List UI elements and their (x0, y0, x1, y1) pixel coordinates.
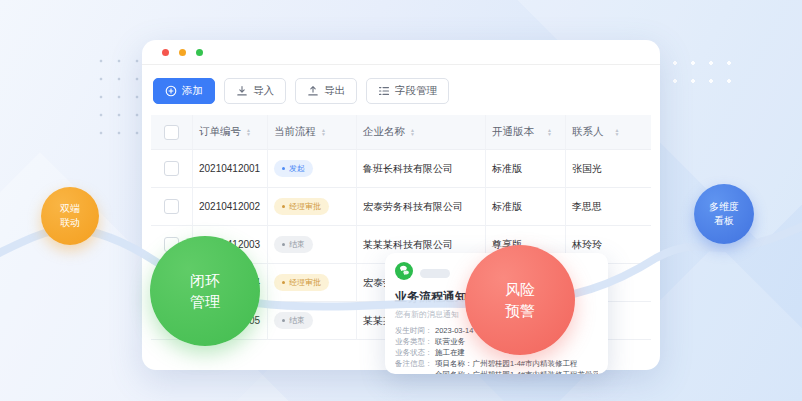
column-header-company[interactable]: 企业名称 ▲▼ (357, 115, 486, 150)
status-dot-icon (282, 243, 285, 246)
marketing-illustration: 添加 导入 导出 (0, 0, 802, 401)
notification-field: 合同名称：广州碧桂园1-4#市内精装修工程龙骨采购合同 (395, 369, 598, 374)
table-row[interactable]: 20210412002 经理审批 宏泰劳务科技有限公司 标准版 李思思 (151, 188, 651, 226)
order-no-cell: 20210412001 (193, 150, 268, 188)
add-button[interactable]: 添加 (153, 78, 215, 104)
feature-badge-dual-linkage: 双端 联动 (41, 187, 99, 245)
sort-icon[interactable]: ▲▼ (321, 128, 326, 137)
export-button-label: 导出 (324, 84, 345, 98)
status-dot-icon (282, 281, 285, 284)
wechat-icon (395, 262, 413, 284)
sender-placeholder (420, 269, 450, 278)
add-button-label: 添加 (182, 84, 203, 98)
row-checkbox[interactable] (164, 199, 179, 214)
order-no-cell: 20210412002 (193, 188, 268, 226)
column-header-version[interactable]: 开通版本 ▲▼ (486, 115, 566, 150)
version-cell: 标准版 (486, 188, 566, 226)
version-cell: 标准版 (486, 150, 566, 188)
status-dot-icon (282, 167, 285, 170)
window-maximize-icon[interactable] (196, 49, 203, 56)
upload-icon (307, 85, 319, 97)
import-button[interactable]: 导入 (224, 78, 286, 104)
fields-manage-button[interactable]: 字段管理 (366, 78, 449, 104)
flow-status-badge: 结束 (274, 312, 313, 329)
sort-icon[interactable]: ▲▼ (615, 128, 620, 137)
column-header-flow[interactable]: 当前流程 ▲▼ (268, 115, 357, 150)
toolbar: 添加 导入 导出 (153, 78, 449, 104)
contact-cell: 李思思 (566, 188, 651, 226)
column-header-contact[interactable]: 联系人 ▲▼ (566, 115, 651, 150)
feature-badge-risk-warning: 风险 预警 (465, 245, 575, 355)
plus-circle-icon (165, 85, 177, 97)
export-button[interactable]: 导出 (295, 78, 357, 104)
window-close-icon[interactable] (162, 49, 169, 56)
notification-field: 备注信息：项目名称：广州碧桂园1-4#市内精装修工程 (395, 358, 598, 369)
sort-icon[interactable]: ▲▼ (410, 128, 415, 137)
window-controls (162, 49, 203, 56)
list-icon (378, 85, 390, 97)
row-checkbox[interactable] (164, 161, 179, 176)
column-header-order-no[interactable]: 订单编号 ▲▼ (193, 115, 268, 150)
feature-badge-closed-loop: 闭环 管理 (150, 236, 260, 346)
import-button-label: 导入 (253, 84, 274, 98)
download-icon (236, 85, 248, 97)
table-row[interactable]: 20210412001 发起 鲁班长科技有限公司 标准版 张国光 (151, 150, 651, 188)
sort-icon[interactable]: ▲▼ (547, 128, 552, 137)
table-header-row: 订单编号 ▲▼ 当前流程 ▲▼ 企业名称 ▲▼ 开通版本 ▲▼ 联系人 ▲▼ (151, 115, 651, 150)
flow-status-badge: 发起 (274, 160, 313, 177)
sort-icon[interactable]: ▲▼ (246, 128, 251, 137)
flow-status-badge: 结束 (274, 236, 313, 253)
company-cell: 宏泰劳务科技有限公司 (357, 188, 486, 226)
contact-cell: 张国光 (566, 150, 651, 188)
dot-grid-decoration (666, 54, 738, 92)
fields-manage-button-label: 字段管理 (395, 84, 437, 98)
window-minimize-icon[interactable] (179, 49, 186, 56)
status-dot-icon (282, 319, 285, 322)
feature-badge-multi-dashboard: 多维度 看板 (694, 184, 754, 244)
flow-status-badge: 经理审批 (274, 274, 329, 291)
flow-status-badge: 经理审批 (274, 198, 329, 215)
company-cell: 鲁班长科技有限公司 (357, 150, 486, 188)
status-dot-icon (282, 205, 285, 208)
window-divider (142, 64, 660, 65)
select-all-checkbox[interactable] (164, 125, 179, 140)
